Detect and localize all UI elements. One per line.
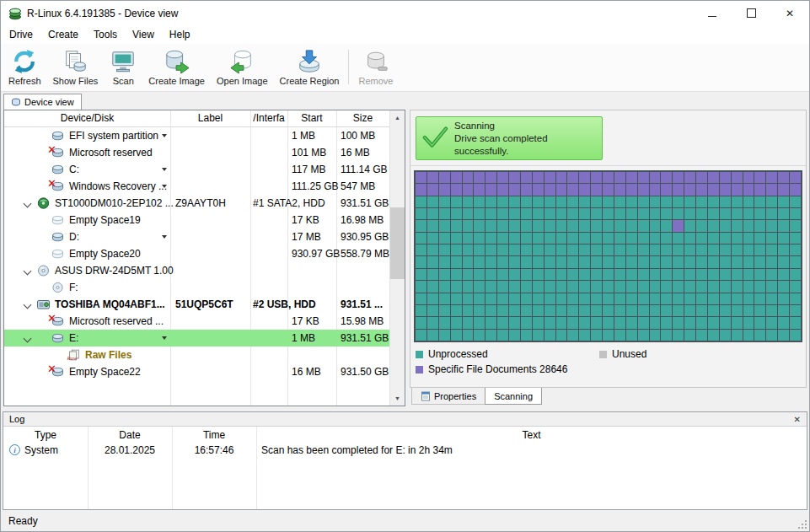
scan-cell-unprocessed [603, 293, 614, 304]
scan-cell-unprocessed [439, 245, 450, 255]
maximize-button[interactable] [732, 1, 770, 25]
scan-cell-unprocessed [614, 208, 625, 219]
expand-chevron-icon[interactable] [24, 301, 32, 309]
log-column-text[interactable]: Text [256, 429, 807, 441]
scan-cell-unprocessed [638, 281, 649, 292]
column-header-start[interactable]: Start [287, 110, 336, 126]
create-region-label: Create Region [280, 76, 340, 86]
scan-cell-unprocessed [754, 208, 765, 219]
mount-dropdown-arrow[interactable] [162, 168, 167, 171]
scan-cell-unprocessed [684, 317, 695, 328]
partition-icon [51, 231, 66, 244]
scan-cell-unprocessed [673, 233, 684, 244]
device-tree-scrollbar[interactable]: ▲ ▼ [389, 110, 405, 406]
device-table-body: EFI system partition1 MB100 MB✕Microsoft… [4, 127, 389, 380]
scan-block-map[interactable] [414, 170, 802, 342]
device-row-f[interactable]: F: [4, 279, 389, 296]
expand-chevron-icon[interactable] [24, 335, 32, 343]
scan-cell-unprocessed [638, 196, 649, 207]
device-row-raw-files[interactable]: RawRaw Files [4, 347, 389, 363]
scrollbar-track[interactable] [390, 125, 405, 391]
column-header-size[interactable]: Size [336, 110, 389, 126]
expand-chevron-icon[interactable] [24, 267, 32, 276]
mount-dropdown-arrow[interactable] [162, 235, 167, 239]
show-files-button[interactable]: Show Files [47, 46, 105, 88]
device-row-microsoft-reserved[interactable]: ✕Microsoft reserved ...17 KB15.98 MB [4, 313, 389, 330]
cell-interface: #1 SATA2, HDD [250, 195, 287, 212]
scan-cell-documents [451, 184, 462, 195]
cell-start: 111.25 GB [287, 178, 336, 195]
device-row-c[interactable]: C:117 MB111.14 GB [4, 161, 389, 178]
log-row[interactable]: iSystem28.01.202516:57:46Scan has been c… [3, 443, 807, 457]
scan-cell-unprocessed [427, 245, 438, 255]
menu-drive[interactable]: Drive [2, 25, 40, 44]
scan-cell-unprocessed [439, 233, 450, 244]
scan-cell-unprocessed [732, 208, 743, 219]
create-region-button[interactable]: Create Region [274, 46, 346, 88]
scan-cell-unprocessed [790, 281, 801, 292]
scan-cell-unprocessed [427, 293, 438, 304]
scan-cell-unprocessed [732, 256, 743, 267]
tab-device-view[interactable]: Device view [3, 94, 82, 110]
scan-cell-unprocessed [766, 196, 777, 207]
create-image-button[interactable]: Create Image [142, 46, 211, 88]
scan-cell-unprocessed [579, 281, 590, 292]
column-header-device-disk[interactable]: Device/Disk [4, 110, 170, 126]
mount-dropdown-arrow[interactable] [162, 185, 167, 188]
resize-grip[interactable] [797, 519, 807, 529]
scan-cell-documents [754, 172, 765, 183]
device-row-windows-recovery[interactable]: ✕Windows Recovery ...111.25 GB547 MB [4, 178, 389, 195]
scan-cell-unprocessed [720, 233, 731, 244]
minimize-button[interactable] [693, 1, 732, 25]
column-header-label[interactable]: Label [170, 110, 250, 126]
mount-dropdown-arrow[interactable] [162, 134, 167, 137]
tab-properties[interactable]: Properties [411, 388, 485, 405]
scan-cell-unprocessed [720, 281, 731, 292]
menu-create[interactable]: Create [40, 25, 86, 44]
device-row-microsoft-reserved[interactable]: ✕Microsoft reserved101 MB16 MB [4, 144, 389, 161]
device-row-st1000dm010-2ep102[interactable]: ST1000DM010-2EP102 ...Z9AAYT0H#1 SATA2, … [4, 195, 389, 212]
device-row-empty-space20[interactable]: Empty Space20930.97 GB558.79 MB [4, 245, 389, 262]
scroll-up-button[interactable]: ▲ [390, 110, 405, 125]
menu-help[interactable]: Help [162, 25, 198, 44]
scan-cell-unprocessed [684, 233, 695, 244]
scan-cell-documents [521, 184, 532, 195]
scan-cell-documents [567, 172, 578, 183]
scan-cell-unprocessed [626, 233, 637, 244]
refresh-button[interactable]: Refresh [3, 46, 47, 88]
scan-cell-unprocessed [743, 269, 754, 280]
mount-dropdown-arrow[interactable] [162, 336, 167, 340]
scan-cell-unprocessed [684, 245, 695, 255]
device-row-asus-drw-24d5mt-1-00[interactable]: ASUS DRW-24D5MT 1.00 [4, 262, 389, 279]
scroll-down-button[interactable]: ▼ [390, 391, 405, 406]
scrollbar-thumb[interactable] [390, 207, 405, 279]
device-row-empty-space19[interactable]: Empty Space1917 KB16.98 MB [4, 212, 389, 228]
device-name: Windows Recovery ... [69, 180, 167, 192]
log-column-time[interactable]: Time [172, 429, 256, 441]
scan-cell-unprocessed [567, 330, 578, 341]
tab-scanning[interactable]: Scanning [485, 388, 542, 405]
device-row-e[interactable]: E:1 MB931.51 GB [4, 330, 389, 347]
scan-cell-unprocessed [766, 269, 777, 280]
column-header-interfa[interactable]: /Interfa [250, 110, 287, 126]
log-column-date[interactable]: Date [88, 429, 172, 441]
legend-swatch-unused [599, 351, 607, 358]
open-image-button[interactable]: Open Image [211, 46, 274, 88]
scan-cell-unprocessed [696, 233, 707, 244]
log-column-type[interactable]: Type [3, 429, 88, 441]
scan-cell-unprocessed [614, 220, 625, 231]
device-row-empty-space22[interactable]: ✕Empty Space2216 MB931.50 GB [4, 363, 389, 380]
scan-cell-unprocessed [673, 256, 684, 267]
scan-cell-unprocessed [474, 208, 485, 219]
scan-cell-documents [427, 184, 438, 195]
remove-button[interactable]: Remove [352, 46, 399, 88]
menu-view[interactable]: View [125, 25, 162, 44]
device-row-toshiba-mq04abf1[interactable]: TOSHIBA MQ04ABF1...51UQP5C6T#2 USB, HDD9… [4, 296, 389, 313]
close-button[interactable]: ✕ [770, 1, 809, 25]
scan-button[interactable]: Scan [104, 46, 142, 88]
device-row-efi-system-partition[interactable]: EFI system partition1 MB100 MB [4, 127, 389, 144]
log-close-icon[interactable]: ✕ [794, 415, 801, 424]
expand-chevron-icon[interactable] [24, 200, 32, 208]
menu-tools[interactable]: Tools [86, 25, 125, 44]
device-row-d[interactable]: D:17 MB930.95 GB [4, 228, 389, 245]
